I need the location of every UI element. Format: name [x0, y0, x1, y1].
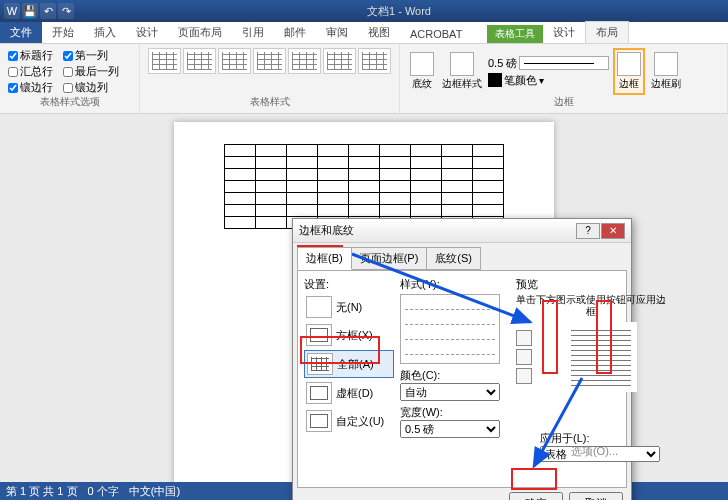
options-button[interactable]: 选项(O)... [571, 444, 618, 459]
tab-review[interactable]: 审阅 [316, 22, 358, 43]
border-weight-combo[interactable]: 0.5 磅 [488, 56, 609, 71]
word-app-icon: W [4, 3, 20, 19]
border-styles-button[interactable]: 边框样式 [440, 50, 484, 93]
redo-icon[interactable]: ↷ [58, 3, 74, 19]
table-style-thumb[interactable] [253, 48, 286, 74]
tab-view[interactable]: 视图 [358, 22, 400, 43]
group-borders: 边框 [408, 95, 719, 109]
preview-label: 预览 [516, 277, 666, 292]
group-table-styles: 表格样式 [148, 95, 391, 109]
tab-file[interactable]: 文件 [0, 22, 42, 43]
context-tools-label: 表格工具 [487, 25, 543, 43]
dialog-help-button[interactable]: ? [576, 223, 600, 239]
dialog-tab-shading[interactable]: 底纹(S) [426, 247, 481, 270]
shading-button[interactable]: 底纹 [408, 50, 436, 93]
tab-page-layout[interactable]: 页面布局 [168, 22, 232, 43]
status-words: 0 个字 [88, 484, 119, 499]
tab-table-layout[interactable]: 布局 [585, 21, 629, 43]
check-first-col[interactable]: 第一列 [63, 48, 119, 63]
borders-shading-dialog: 边框和底纹 ? ✕ 边框(B) 页面边框(P) 底纹(S) 设置: 无(N) 方… [292, 218, 632, 500]
status-lang: 中文(中国) [129, 484, 180, 499]
pen-color-combo[interactable]: 笔颜色 ▾ [488, 73, 609, 88]
border-hmid-toggle[interactable] [516, 349, 532, 365]
cancel-button[interactable]: 取消 [569, 492, 623, 500]
preview-diagram[interactable] [565, 322, 637, 392]
dialog-tab-page-borders[interactable]: 页面边框(P) [351, 247, 428, 270]
check-last-col[interactable]: 最后一列 [63, 64, 119, 79]
tab-insert[interactable]: 插入 [84, 22, 126, 43]
tab-acrobat[interactable]: ACROBAT [400, 25, 472, 43]
width-label: 宽度(W): [400, 405, 510, 420]
tab-design[interactable]: 设计 [126, 22, 168, 43]
preset-box[interactable]: 方框(X) [304, 322, 394, 348]
tab-mailings[interactable]: 邮件 [274, 22, 316, 43]
document-title: 文档1 - Word [74, 4, 724, 19]
table-style-thumb[interactable] [218, 48, 251, 74]
width-select[interactable]: 0.5 磅 [400, 420, 500, 438]
group-style-options: 表格样式选项 [8, 95, 131, 109]
check-total-row[interactable]: 汇总行 [8, 64, 53, 79]
preset-custom[interactable]: 自定义(U) [304, 408, 394, 434]
ok-button[interactable]: 确定 [509, 492, 563, 500]
color-select[interactable]: 自动 [400, 383, 500, 401]
status-page: 第 1 页 共 1 页 [6, 484, 78, 499]
dialog-tab-borders[interactable]: 边框(B) [297, 247, 352, 270]
table-style-thumb[interactable] [288, 48, 321, 74]
table-style-thumb[interactable] [323, 48, 356, 74]
save-icon[interactable]: 💾 [22, 3, 38, 19]
border-top-toggle[interactable] [516, 330, 532, 346]
dialog-title: 边框和底纹 [299, 223, 354, 238]
document-table[interactable] [224, 144, 504, 229]
tab-table-design[interactable]: 设计 [543, 22, 585, 43]
border-painter-button[interactable]: 边框刷 [649, 50, 683, 93]
table-style-thumb[interactable] [148, 48, 181, 74]
preset-grid[interactable]: 虚框(D) [304, 380, 394, 406]
table-style-thumb[interactable] [358, 48, 391, 74]
tab-home[interactable]: 开始 [42, 22, 84, 43]
style-label: 样式(Y): [400, 277, 510, 292]
style-listbox[interactable] [400, 294, 500, 364]
undo-icon[interactable]: ↶ [40, 3, 56, 19]
border-bottom-toggle[interactable] [516, 368, 532, 384]
color-label: 颜色(C): [400, 368, 510, 383]
check-header-row[interactable]: 标题行 [8, 48, 53, 63]
preset-all[interactable]: 全部(A) [304, 350, 394, 378]
preview-hint: 单击下方图示或使用按钮可应用边框 [516, 294, 666, 318]
table-style-thumb[interactable] [183, 48, 216, 74]
check-banded-row[interactable]: 镶边行 [8, 80, 53, 95]
check-banded-col[interactable]: 镶边列 [63, 80, 119, 95]
tab-references[interactable]: 引用 [232, 22, 274, 43]
preset-none[interactable]: 无(N) [304, 294, 394, 320]
setting-label: 设置: [304, 277, 394, 292]
borders-button[interactable]: 边框 [613, 48, 645, 95]
dialog-close-button[interactable]: ✕ [601, 223, 625, 239]
